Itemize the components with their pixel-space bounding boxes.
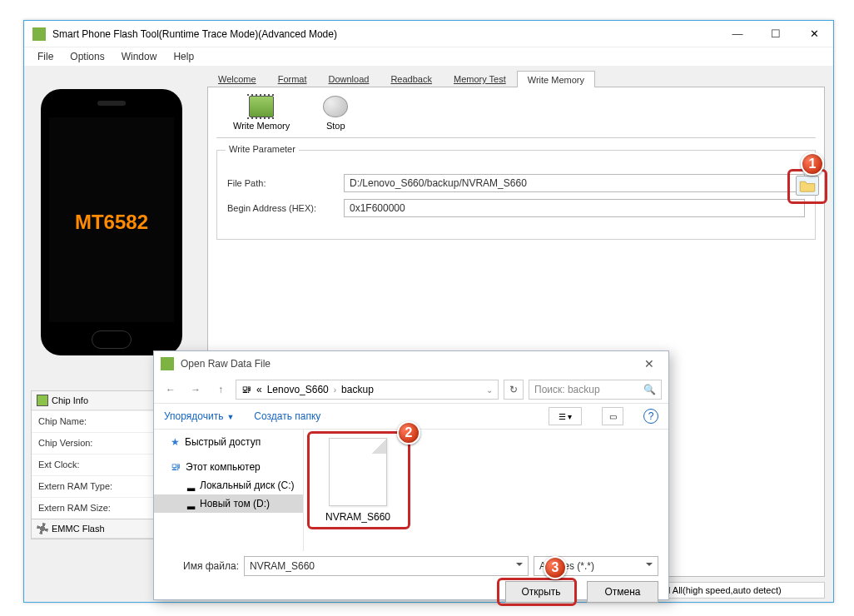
organize-button[interactable]: Упорядочить▼ bbox=[164, 410, 234, 422]
soc-label: MT6582 bbox=[41, 211, 182, 234]
search-icon: 🔍 bbox=[643, 384, 656, 395]
tree-drive-c[interactable]: ▂Локальный диск (C:) bbox=[154, 476, 303, 494]
dialog-titlebar: Open Raw Data File ✕ bbox=[154, 351, 668, 376]
chevron-down-icon[interactable]: ⌄ bbox=[486, 385, 493, 395]
stop-label: Stop bbox=[326, 121, 345, 131]
window-title: Smart Phone Flash Tool(Runtime Trace Mod… bbox=[52, 28, 718, 40]
dialog-icon bbox=[161, 357, 174, 370]
tab-readback[interactable]: Readback bbox=[380, 70, 443, 87]
menu-options[interactable]: Options bbox=[62, 49, 112, 64]
write-memory-button[interactable]: Write Memory bbox=[233, 96, 290, 131]
open-file-dialog: Open Raw Data File ✕ ← → ↑ 🖳 « Lenovo_S6… bbox=[153, 350, 669, 600]
view-mode-button[interactable]: ☰ ▾ bbox=[549, 407, 582, 425]
stop-icon bbox=[323, 96, 348, 117]
begin-address-label: Begin Address (HEX): bbox=[227, 203, 344, 213]
cancel-button[interactable]: Отмена bbox=[587, 581, 658, 603]
chip-icon bbox=[37, 395, 48, 406]
menu-window[interactable]: Window bbox=[113, 49, 166, 64]
help-button[interactable]: ? bbox=[643, 409, 658, 424]
dialog-nav: ← → ↑ 🖳 « Lenovo_S660 › backup ⌄ ↻ Поиск… bbox=[154, 376, 668, 403]
breadcrumb[interactable]: 🖳 « Lenovo_S660 › backup ⌄ bbox=[236, 380, 499, 400]
close-button[interactable]: ✕ bbox=[795, 21, 833, 47]
filepath-input[interactable] bbox=[344, 174, 805, 192]
dialog-title: Open Raw Data File bbox=[181, 358, 271, 370]
maximize-button[interactable]: ☐ bbox=[757, 21, 795, 47]
menubar: File Options Window Help bbox=[24, 47, 833, 66]
write-parameter-group: Write Parameter File Path: Begin Address… bbox=[216, 150, 816, 240]
tab-format[interactable]: Format bbox=[267, 70, 318, 87]
breadcrumb-folder-b[interactable]: backup bbox=[341, 384, 374, 395]
filename-label: Имя файла: bbox=[164, 560, 239, 572]
tree-quick-access[interactable]: ★Быстрый доступ bbox=[154, 433, 303, 451]
new-folder-button[interactable]: Создать папку bbox=[254, 410, 320, 422]
nav-up-button[interactable]: ↑ bbox=[211, 380, 231, 400]
tab-welcome[interactable]: Welcome bbox=[207, 70, 267, 87]
device-preview: MT6582 bbox=[41, 89, 182, 355]
search-input[interactable]: Поиск: backup 🔍 bbox=[529, 380, 662, 400]
nav-forward-button[interactable]: → bbox=[186, 380, 206, 400]
folder-tree: ★Быстрый доступ 🖳Этот компьютер ▂Локальн… bbox=[154, 430, 304, 551]
content-area: MT6582 Welcome Format Download Readback … bbox=[24, 66, 833, 602]
gear-icon bbox=[37, 523, 48, 534]
titlebar: Smart Phone Flash Tool(Runtime Trace Mod… bbox=[24, 21, 833, 47]
file-list[interactable]: NVRAM_S660 2 bbox=[304, 430, 668, 551]
filename-input[interactable]: NVRAM_S660 bbox=[244, 556, 529, 576]
minimize-button[interactable]: — bbox=[718, 21, 757, 47]
group-legend: Write Parameter bbox=[226, 144, 299, 154]
tab-write-memory[interactable]: Write Memory bbox=[517, 71, 595, 87]
annotation-box-3 bbox=[497, 578, 577, 606]
preview-pane-button[interactable]: ▭ bbox=[602, 407, 623, 425]
write-memory-label: Write Memory bbox=[233, 121, 290, 131]
app-icon bbox=[32, 27, 46, 41]
tree-drive-d[interactable]: ▂Новый том (D:) bbox=[154, 494, 303, 513]
filepath-label: File Path: bbox=[227, 178, 344, 188]
begin-address-input[interactable] bbox=[344, 199, 805, 217]
tree-this-pc[interactable]: 🖳Этот компьютер bbox=[154, 458, 303, 476]
tab-download[interactable]: Download bbox=[318, 70, 380, 87]
tab-memtest[interactable]: Memory Test bbox=[443, 70, 517, 87]
menu-file[interactable]: File bbox=[29, 49, 62, 64]
file-icon bbox=[329, 438, 387, 506]
stop-button[interactable]: Stop bbox=[323, 96, 348, 131]
annotation-marker-2: 2 bbox=[397, 421, 420, 445]
pc-icon: 🖳 bbox=[241, 384, 251, 395]
dialog-footer: Имя файла: NVRAM_S660 All Files (*.*) 3 … bbox=[154, 551, 668, 611]
main-window: Smart Phone Flash Tool(Runtime Trace Mod… bbox=[23, 20, 834, 603]
dialog-close-button[interactable]: ✕ bbox=[637, 357, 662, 370]
menu-help[interactable]: Help bbox=[165, 49, 202, 64]
annotation-marker-3: 3 bbox=[544, 556, 567, 579]
breadcrumb-folder-a[interactable]: Lenovo_S660 bbox=[267, 384, 329, 395]
chip-icon bbox=[249, 96, 274, 117]
annotation-marker-1: 1 bbox=[801, 152, 824, 176]
tab-bar: Welcome Format Download Readback Memory … bbox=[207, 69, 825, 87]
refresh-button[interactable]: ↻ bbox=[504, 380, 524, 400]
nav-back-button[interactable]: ← bbox=[161, 380, 181, 400]
